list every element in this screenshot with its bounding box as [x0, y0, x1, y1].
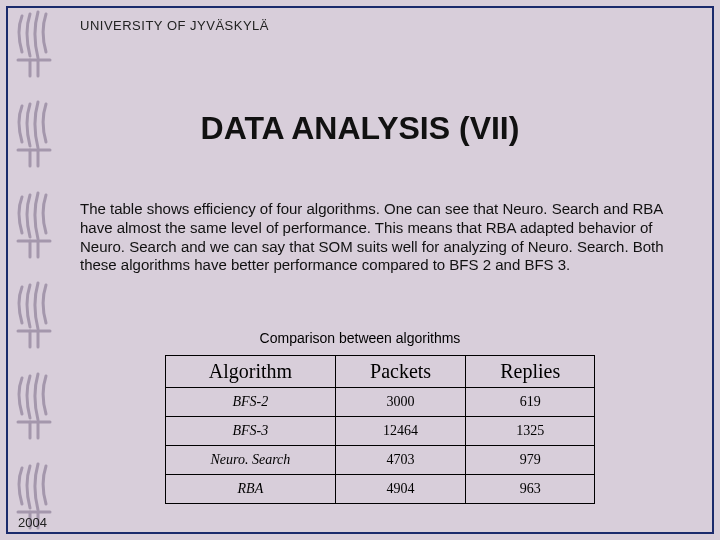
cell-replies: 619: [466, 388, 595, 417]
cell-algorithm: Neuro. Search: [166, 446, 336, 475]
table-row: Neuro. Search 4703 979: [166, 446, 595, 475]
page-title: DATA ANALYSIS (VII): [0, 110, 720, 147]
col-header-replies: Replies: [466, 356, 595, 388]
cell-packets: 12464: [335, 417, 466, 446]
cell-algorithm: BFS-2: [166, 388, 336, 417]
torch-icon: [8, 8, 60, 80]
comparison-table: Algorithm Packets Replies BFS-2 3000 619…: [165, 355, 595, 504]
body-paragraph: The table shows efficiency of four algor…: [80, 200, 690, 275]
cell-algorithm: BFS-3: [166, 417, 336, 446]
table-caption: Comparison between algorithms: [0, 330, 720, 346]
table-row: RBA 4904 963: [166, 475, 595, 504]
cell-packets: 3000: [335, 388, 466, 417]
cell-replies: 963: [466, 475, 595, 504]
col-header-packets: Packets: [335, 356, 466, 388]
cell-algorithm: RBA: [166, 475, 336, 504]
cell-replies: 1325: [466, 417, 595, 446]
torch-icon: [8, 189, 60, 261]
torch-icon: [8, 370, 60, 442]
university-label: UNIVERSITY OF JYVÄSKYLÄ: [80, 18, 269, 33]
cell-packets: 4904: [335, 475, 466, 504]
cell-packets: 4703: [335, 446, 466, 475]
table-row: BFS-2 3000 619: [166, 388, 595, 417]
footer-year: 2004: [18, 515, 47, 530]
logo-column: [8, 8, 60, 532]
cell-replies: 979: [466, 446, 595, 475]
table-header-row: Algorithm Packets Replies: [166, 356, 595, 388]
col-header-algorithm: Algorithm: [166, 356, 336, 388]
table-row: BFS-3 12464 1325: [166, 417, 595, 446]
